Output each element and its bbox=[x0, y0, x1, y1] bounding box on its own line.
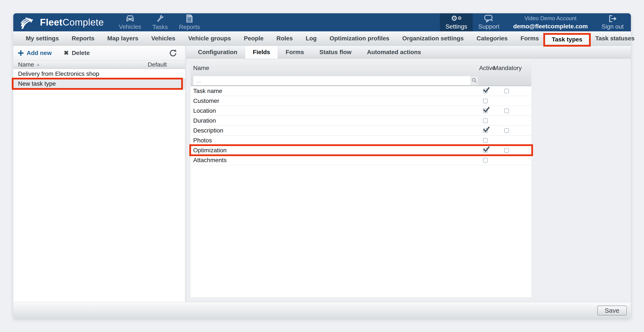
active-checkbox-photos[interactable] bbox=[483, 138, 488, 143]
active-checkbox-duration[interactable] bbox=[483, 118, 488, 123]
field-name: Task name bbox=[193, 88, 222, 95]
settings-tab-bar: My settingsReportsMap layersVehiclesVehi… bbox=[13, 31, 631, 46]
checkmark-icon bbox=[483, 127, 490, 133]
field-row-photos: Photos bbox=[190, 136, 531, 145]
annotation-box-optimization-row bbox=[189, 144, 533, 156]
delete-x-icon: ✖ bbox=[64, 50, 69, 56]
fields-column-mandatory: Mandatory bbox=[492, 65, 522, 72]
settings-tab-categories[interactable]: Categories bbox=[470, 31, 514, 46]
gears-icon: ⚙⚙ bbox=[451, 15, 462, 23]
field-row-description: Description bbox=[190, 126, 531, 136]
settings-tab-vehicles[interactable]: Vehicles bbox=[145, 31, 182, 46]
document-icon bbox=[186, 14, 193, 23]
delete-button[interactable]: ✖ Delete bbox=[64, 50, 90, 57]
detail-tab-automated-actions[interactable]: Automated actions bbox=[359, 46, 429, 58]
fields-filter-input[interactable] bbox=[193, 76, 470, 85]
task-type-name: New task type bbox=[18, 80, 56, 87]
nav-item-tasks[interactable]: Tasks bbox=[147, 13, 174, 31]
brand: FleetComplete bbox=[20, 16, 104, 29]
task-type-row-delivery-from-electronics-shop[interactable]: Delivery from Electronics shop bbox=[13, 69, 185, 79]
sort-asc-icon: ▲ bbox=[36, 63, 40, 67]
nav-item-settings[interactable]: ⚙⚙ Settings bbox=[440, 13, 473, 31]
column-header-default[interactable]: Default bbox=[148, 61, 180, 68]
task-type-detail-panel: ConfigurationFieldsFormsStatus flowAutom… bbox=[186, 46, 631, 302]
settings-tab-organization-settings[interactable]: Organization settings bbox=[396, 31, 470, 46]
field-name: Customer bbox=[193, 98, 219, 104]
active-checkbox-location[interactable] bbox=[483, 108, 488, 113]
mandatory-checkbox-location[interactable] bbox=[504, 108, 509, 113]
settings-tab-forms[interactable]: Forms bbox=[514, 31, 546, 46]
active-checkbox-attachments[interactable] bbox=[483, 158, 488, 163]
brand-fleet: Fleet bbox=[40, 17, 62, 28]
fields-column-name: Name bbox=[193, 65, 209, 72]
footer-bar: Save bbox=[13, 302, 631, 319]
nav-label-reports: Reports bbox=[179, 24, 200, 31]
annotation-box-task-types bbox=[543, 33, 591, 47]
column-header-name[interactable]: Name ▲ bbox=[18, 61, 148, 68]
task-type-row-new-task-type[interactable]: New task type bbox=[13, 79, 185, 89]
settings-tab-map-layers[interactable]: Map layers bbox=[101, 31, 145, 46]
settings-tab-people[interactable]: People bbox=[238, 31, 270, 46]
task-types-header-row: Name ▲ Default bbox=[13, 60, 185, 69]
plus-icon bbox=[18, 50, 24, 56]
brand-complete: Complete bbox=[62, 17, 104, 28]
settings-tab-data-deletion[interactable]: Data deletion bbox=[641, 31, 644, 46]
settings-tab-log[interactable]: Log bbox=[299, 31, 323, 46]
field-row-location: Location bbox=[190, 106, 531, 116]
refresh-button[interactable] bbox=[169, 49, 177, 57]
nav-label-sign-out: Sign out bbox=[602, 23, 624, 30]
nav-label-tasks: Tasks bbox=[152, 24, 168, 31]
settings-tab-reports[interactable]: Reports bbox=[65, 31, 101, 46]
active-checkbox-optimization[interactable] bbox=[483, 148, 488, 153]
account-email: demo@fleetcomplete.com bbox=[513, 23, 588, 30]
settings-tab-vehicle-groups[interactable]: Vehicle groups bbox=[182, 31, 238, 46]
save-button[interactable]: Save bbox=[597, 305, 627, 315]
checkmark-icon bbox=[483, 146, 490, 152]
search-button[interactable] bbox=[470, 76, 478, 85]
active-checkbox-description[interactable] bbox=[483, 128, 488, 133]
field-row-optimization: Optimization bbox=[190, 145, 531, 155]
fields-table-header: Name Active Mandatory bbox=[190, 59, 531, 86]
add-new-label: Add new bbox=[26, 50, 52, 57]
chat-bubble-icon bbox=[484, 15, 494, 23]
field-name: Description bbox=[193, 127, 223, 134]
mandatory-checkbox-task-name[interactable] bbox=[504, 89, 509, 93]
checkmark-icon bbox=[483, 87, 490, 93]
add-new-button[interactable]: Add new bbox=[18, 50, 52, 57]
nav-item-reports[interactable]: Reports bbox=[173, 13, 206, 31]
field-row-customer: Customer bbox=[190, 96, 531, 106]
fleet-logo-icon bbox=[20, 16, 37, 29]
refresh-icon bbox=[169, 49, 177, 57]
navbar-right: ⚙⚙ Settings Support Video Demo Account d… bbox=[440, 13, 631, 31]
search-icon bbox=[472, 78, 477, 83]
fields-card: Name Active Mandatory Task nameCustomerL… bbox=[190, 59, 531, 297]
nav-item-sign-out[interactable]: Sign out bbox=[596, 13, 629, 31]
active-checkbox-task-name[interactable] bbox=[483, 89, 488, 93]
nav-item-vehicles[interactable]: Vehicles bbox=[113, 13, 147, 31]
field-row-duration: Duration bbox=[190, 116, 531, 126]
fields-rows: Task nameCustomerLocationDurationDescrip… bbox=[190, 86, 531, 165]
nav-item-support[interactable]: Support bbox=[473, 13, 505, 31]
detail-tab-configuration[interactable]: Configuration bbox=[190, 46, 245, 58]
app-window: FleetComplete Vehicles bbox=[13, 13, 631, 319]
settings-tab-roles[interactable]: Roles bbox=[270, 31, 299, 46]
field-name: Optimization bbox=[193, 147, 227, 154]
mandatory-checkbox-description[interactable] bbox=[504, 128, 509, 133]
task-types-toolbar: Add new ✖ Delete bbox=[13, 46, 185, 60]
field-row-task-name: Task name bbox=[190, 86, 531, 96]
field-name: Photos bbox=[193, 137, 212, 144]
settings-tab-my-settings[interactable]: My settings bbox=[19, 31, 65, 46]
settings-tab-task-statuses[interactable]: Task statuses bbox=[589, 31, 641, 46]
field-row-attachments: Attachments bbox=[190, 155, 531, 165]
mandatory-checkbox-optimization[interactable] bbox=[504, 148, 509, 153]
detail-tab-forms[interactable]: Forms bbox=[278, 46, 312, 58]
task-types-panel: Add new ✖ Delete Name ▲ Default Delivery… bbox=[13, 46, 185, 302]
detail-tab-fields[interactable]: Fields bbox=[245, 46, 278, 59]
top-navbar: FleetComplete Vehicles bbox=[13, 13, 631, 31]
active-checkbox-customer[interactable] bbox=[483, 99, 488, 103]
settings-tab-optimization-profiles[interactable]: Optimization profiles bbox=[323, 31, 396, 46]
detail-tab-status-flow[interactable]: Status flow bbox=[312, 46, 359, 58]
field-name: Location bbox=[193, 107, 216, 114]
fields-filter bbox=[193, 76, 478, 85]
settings-tab-task-types[interactable]: Task types bbox=[545, 34, 589, 45]
